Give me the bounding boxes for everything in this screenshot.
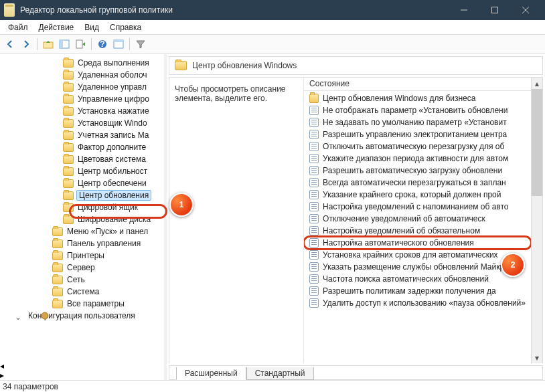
policy-items[interactable]: Центр обновления Windows для бизнесаНе о… — [304, 91, 531, 363]
scroll-thumb[interactable] — [532, 89, 542, 196]
tree-item[interactable]: Установщик Windo — [0, 117, 164, 129]
status-text: 34 параметров — [3, 382, 58, 391]
minimize-button[interactable] — [449, 0, 479, 20]
policy-label: Всегда автоматически перезагружаться в з… — [323, 178, 506, 187]
column-header-state[interactable]: Состояние — [304, 78, 531, 91]
tree-item[interactable]: Среда выполнения — [0, 57, 164, 69]
tree-item[interactable]: Установка нажатие — [0, 105, 164, 117]
tree-item[interactable]: Система — [0, 286, 164, 298]
scroll-right-icon[interactable]: ▸ — [0, 371, 164, 380]
callout-1: 1 — [169, 193, 193, 217]
policy-item-auto-update[interactable]: Настройка автоматического обновления — [304, 237, 531, 249]
titlebar: Редактор локальной групповой политики — [0, 0, 545, 20]
folder-icon — [63, 191, 74, 200]
tree-item-label: Среда выполнения — [76, 58, 151, 68]
tree-item-user-config[interactable]: ⌄Конфигурация пользователя — [0, 310, 164, 322]
tree-item[interactable]: Панель управления — [0, 237, 164, 250]
tree-item[interactable]: Удаленное управл — [0, 81, 164, 93]
policy-item[interactable]: Центр обновления Windows для бизнеса — [304, 92, 531, 104]
policy-item[interactable]: Не отображать параметр «Установить обнов… — [304, 104, 531, 116]
policy-item[interactable]: Настройка уведомлений об обязательном — [304, 225, 531, 237]
tree-item[interactable]: Учетная запись Ма — [0, 129, 164, 141]
policy-icon — [309, 190, 319, 199]
filter-button[interactable] — [133, 37, 148, 52]
policy-item[interactable]: Установка крайних сроков для автоматичес… — [304, 249, 531, 261]
user-config-icon — [40, 311, 50, 320]
export-button[interactable] — [73, 37, 88, 52]
tree-item-label: Цветовая система — [76, 155, 147, 164]
tree-item[interactable]: Сеть — [0, 274, 164, 286]
policy-item[interactable]: Разрешить управлению электропитанием цен… — [304, 128, 531, 140]
scroll-left-icon[interactable]: ◂ — [0, 361, 164, 371]
tree-item[interactable]: Центр мобильност — [0, 165, 164, 177]
tree-item-label: Центр мобильност — [76, 167, 149, 176]
properties-button[interactable] — [111, 37, 126, 52]
tree-item-label: Фактор дополните — [76, 142, 147, 152]
folder-icon — [52, 264, 63, 272]
folder-icon — [52, 239, 63, 248]
tree-item[interactable]: Сервер — [0, 262, 164, 274]
tree-item[interactable]: Управление цифро — [0, 93, 164, 105]
list-vertical-scrollbar[interactable]: ▴ ▾ — [531, 78, 542, 363]
policy-item[interactable]: Отключение уведомлений об автоматическ — [304, 213, 531, 225]
menu-action[interactable]: Действие — [33, 21, 80, 33]
tree-item-label: Цифровой ящик — [76, 203, 139, 212]
policy-item[interactable]: Отключить автоматическую перезагрузку дл… — [304, 140, 531, 153]
maximize-button[interactable] — [479, 0, 510, 20]
scroll-down-icon[interactable]: ▾ — [532, 352, 542, 363]
menu-help[interactable]: Справка — [104, 21, 147, 33]
policy-item[interactable]: Разрешить политикам задержки получения д… — [304, 285, 531, 297]
folder-icon — [63, 83, 74, 92]
policy-item[interactable]: Указание крайнего срока, который должен … — [304, 189, 531, 201]
tree-item-label: Установка нажатие — [76, 106, 151, 116]
expand-icon[interactable]: ⌄ — [15, 312, 21, 322]
tab-standard[interactable]: Стандартный — [246, 367, 314, 380]
tab-extended[interactable]: Расширенный — [176, 367, 246, 380]
policy-item[interactable]: Настройка уведомлений с напоминанием об … — [304, 201, 531, 213]
policy-label: Отключение уведомлений об автоматическ — [323, 214, 485, 223]
close-button[interactable] — [510, 0, 541, 20]
tree[interactable]: Среда выполненияУдаленная оболочУдаленно… — [0, 54, 164, 361]
tree-horizontal-scrollbar[interactable]: ◂ ▸ — [0, 361, 164, 380]
statusbar: 34 параметров — [0, 380, 545, 392]
svg-rect-8 — [114, 40, 123, 42]
folder-icon — [63, 179, 74, 188]
policy-item[interactable]: Частота поиска автоматических обновлений — [304, 273, 531, 285]
policy-item[interactable]: Всегда автоматически перезагружаться в з… — [304, 177, 531, 189]
tree-item-label: Все параметры — [66, 299, 126, 308]
tree-item[interactable]: Шифрование диска — [0, 213, 164, 225]
up-button[interactable] — [41, 37, 56, 52]
help-button[interactable]: ? — [95, 37, 110, 52]
svg-point-9 — [42, 312, 48, 319]
tree-item[interactable]: Принтеры — [0, 250, 164, 262]
policy-icon — [309, 130, 319, 139]
policy-item[interactable]: Укажите диапазон периода активности для … — [304, 153, 531, 165]
right-header: Центр обновления Windows — [169, 56, 543, 75]
tree-item[interactable]: Центр обеспечени — [0, 177, 164, 189]
policy-item[interactable]: Удалить доступ к использованию «пауза об… — [304, 297, 531, 309]
show-tree-button[interactable] — [57, 37, 72, 52]
folder-icon — [63, 107, 74, 116]
policy-icon — [309, 154, 319, 163]
folder-icon — [63, 95, 74, 104]
policy-label: Удалить доступ к использованию «пауза об… — [323, 298, 526, 308]
tree-item[interactable]: Меню «Пуск» и панел — [0, 225, 164, 237]
forward-button[interactable] — [19, 37, 33, 52]
body: Среда выполненияУдаленная оболочУдаленно… — [0, 54, 545, 380]
tree-item[interactable]: Все параметры — [0, 298, 164, 310]
menu-file[interactable]: Файл — [3, 21, 33, 33]
policy-label: Частота поиска автоматических обновлений — [323, 274, 489, 284]
tree-item[interactable]: Фактор дополните — [0, 141, 164, 153]
policy-item[interactable]: Не задавать по умолчанию параметр «Устан… — [304, 116, 531, 128]
tree-item[interactable]: Цифровой ящик — [0, 201, 164, 213]
policy-icon — [309, 202, 319, 211]
menu-view[interactable]: Вид — [79, 21, 104, 33]
back-button[interactable] — [3, 37, 17, 52]
policy-icon — [309, 178, 319, 187]
policy-item[interactable]: Указать размещение службы обновлений Май… — [304, 261, 531, 273]
tree-item[interactable]: Центр обновления — [0, 189, 164, 201]
policy-item[interactable]: Разрешить автоматическую загрузку обновл… — [304, 165, 531, 177]
scroll-up-icon[interactable]: ▴ — [532, 78, 542, 89]
tree-item[interactable]: Цветовая система — [0, 153, 164, 165]
tree-item[interactable]: Удаленная оболоч — [0, 69, 164, 81]
